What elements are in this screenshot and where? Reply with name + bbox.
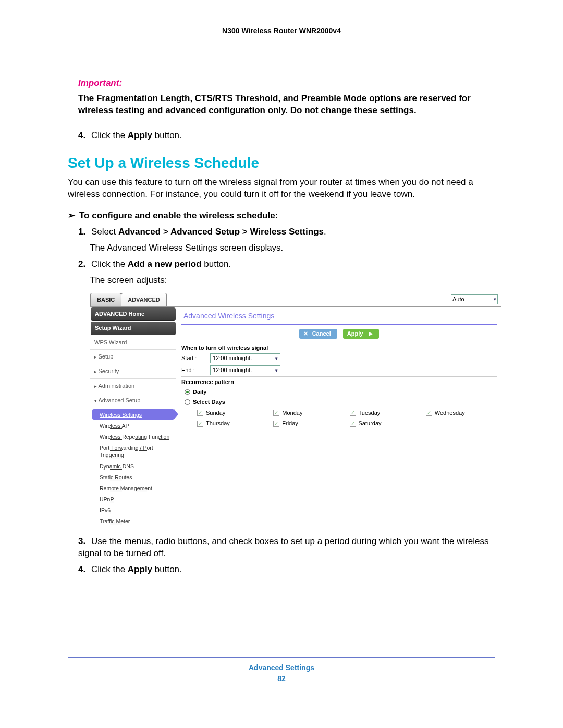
submenu-remote-management[interactable]: Remote Management bbox=[90, 483, 176, 493]
step-text-post: button. bbox=[152, 130, 182, 140]
top-select-value: Auto bbox=[452, 295, 464, 303]
end-value: 12:00 midnight. bbox=[213, 366, 252, 374]
important-text: The Fragmentation Length, CTS/RTS Thresh… bbox=[78, 93, 495, 117]
tab-bar: BASIC ADVANCED bbox=[90, 293, 166, 306]
checkbox-icon: ✓ bbox=[426, 410, 432, 416]
sidebar: ADVANCED Home Setup Wizard WPS Wizard Se… bbox=[90, 307, 176, 530]
checkbox-saturday[interactable]: ✓Saturday bbox=[350, 419, 421, 427]
start-select[interactable]: 12:00 midnight. ▾ bbox=[210, 353, 280, 363]
sidebar-item-advanced-home[interactable]: ADVANCED Home bbox=[91, 307, 176, 321]
end-label: End : bbox=[181, 366, 210, 374]
submenu-wireless-settings[interactable]: Wireless Settings bbox=[92, 409, 174, 420]
checkbox-icon: ✓ bbox=[273, 421, 279, 427]
step-number: 1. bbox=[78, 227, 85, 237]
ui-top-bar: BASIC ADVANCED Auto ▾ bbox=[90, 292, 501, 307]
sidebar-item-setup[interactable]: Setup bbox=[90, 350, 176, 364]
step-number: 3. bbox=[78, 536, 85, 546]
start-value: 12:00 midnight. bbox=[213, 354, 252, 362]
sidebar-item-setup-wizard[interactable]: Setup Wizard bbox=[91, 322, 176, 335]
submenu-static-routes[interactable]: Static Routes bbox=[90, 472, 176, 483]
cancel-label: Cancel bbox=[312, 330, 331, 338]
days-grid: ✓Sunday ✓Monday ✓Tuesday ✓Wednesday ✓Thu… bbox=[181, 407, 497, 430]
sidebar-item-security[interactable]: Security bbox=[90, 364, 176, 379]
cancel-button[interactable]: ✕ Cancel bbox=[299, 329, 337, 339]
end-select[interactable]: 12:00 midnight. ▾ bbox=[210, 365, 280, 375]
checkbox-thursday[interactable]: ✓Thursday bbox=[197, 419, 268, 427]
day-label: Monday bbox=[282, 409, 302, 417]
checkbox-friday[interactable]: ✓Friday bbox=[273, 419, 344, 427]
start-label: Start : bbox=[181, 354, 210, 362]
day-label: Wednesday bbox=[435, 409, 465, 417]
chevron-right-icon: ➢ bbox=[68, 210, 75, 222]
close-icon: ✕ bbox=[303, 330, 308, 338]
step-text-post: . bbox=[324, 227, 326, 237]
step-text-bold: Add a new period bbox=[128, 259, 202, 269]
checkbox-sunday[interactable]: ✓Sunday bbox=[197, 409, 268, 417]
radio-select-days-label: Select Days bbox=[193, 398, 225, 406]
step-2-sub: The screen adjusts: bbox=[90, 275, 495, 287]
footer-title: Advanced Settings bbox=[68, 663, 495, 673]
checkbox-tuesday[interactable]: ✓Tuesday bbox=[350, 409, 421, 417]
section-title: Set Up a Wireless Schedule bbox=[68, 153, 495, 173]
apply-button[interactable]: Apply ▶ bbox=[343, 329, 380, 339]
step-text-post: button. bbox=[202, 259, 231, 269]
step-text: Use the menus, radio buttons, and check … bbox=[78, 536, 489, 558]
submenu-ipv6[interactable]: IPv6 bbox=[90, 504, 176, 515]
day-label: Saturday bbox=[359, 419, 382, 427]
sidebar-item-wps-wizard[interactable]: WPS Wizard bbox=[90, 336, 176, 350]
tab-basic[interactable]: BASIC bbox=[90, 293, 121, 306]
radio-select-days[interactable]: Select Days bbox=[181, 397, 497, 407]
top-auto-select[interactable]: Auto ▾ bbox=[451, 294, 498, 304]
step-2: 2. Click the Add a new period button. bbox=[78, 258, 495, 270]
start-row: Start : 12:00 midnight. ▾ bbox=[181, 352, 497, 364]
step-1-sub: The Advanced Wireless Settings screen di… bbox=[90, 242, 495, 254]
router-ui-screenshot: BASIC ADVANCED Auto ▾ ADVANCED Home Setu… bbox=[90, 292, 501, 530]
content-panel: Advanced Wireless Settings ✕ Cancel Appl… bbox=[176, 307, 501, 530]
step-number: 4. bbox=[78, 130, 85, 140]
step-text-post: button. bbox=[152, 564, 182, 574]
recurrence-heading: Recurrence pattern bbox=[181, 376, 497, 387]
step-number: 4. bbox=[78, 564, 85, 574]
submenu-traffic-meter[interactable]: Traffic Meter bbox=[90, 515, 176, 526]
step-text-bold: Advanced > Advanced Setup > Wireless Set… bbox=[118, 227, 324, 237]
step-text-pre: Click the bbox=[91, 564, 128, 574]
procedure-lead: ➢To configure and enable the wireless sc… bbox=[68, 210, 495, 222]
radio-icon bbox=[185, 399, 190, 405]
checkbox-wednesday[interactable]: ✓Wednesday bbox=[426, 409, 497, 417]
step-text-bold: Apply bbox=[128, 130, 152, 140]
button-row: ✕ Cancel Apply ▶ bbox=[181, 327, 497, 342]
checkbox-icon: ✓ bbox=[273, 410, 279, 416]
chevron-down-icon: ▾ bbox=[494, 296, 496, 302]
submenu-upnp[interactable]: UPnP bbox=[90, 493, 176, 504]
step-3: 3. Use the menus, radio buttons, and che… bbox=[78, 536, 495, 560]
sidebar-item-advanced-setup[interactable]: Advanced Setup bbox=[90, 393, 176, 408]
submenu-wireless-ap[interactable]: Wireless AP bbox=[90, 420, 176, 431]
sidebar-submenu: Wireless Settings Wireless AP Wireless R… bbox=[90, 408, 176, 530]
tab-advanced[interactable]: ADVANCED bbox=[121, 293, 167, 306]
checkbox-icon: ✓ bbox=[350, 410, 356, 416]
checkbox-monday[interactable]: ✓Monday bbox=[273, 409, 344, 417]
footer-page-number: 82 bbox=[68, 674, 495, 684]
sidebar-item-administration[interactable]: Administration bbox=[90, 379, 176, 393]
day-label: Tuesday bbox=[359, 409, 381, 417]
apply-label: Apply bbox=[347, 330, 363, 338]
submenu-wireless-repeating[interactable]: Wireless Repeating Function bbox=[90, 431, 176, 442]
checkbox-icon: ✓ bbox=[197, 410, 203, 416]
step-4: 4. Click the Apply button. bbox=[78, 564, 495, 576]
section-intro: You can use this feature to turn off the… bbox=[68, 177, 495, 201]
submenu-dynamic-dns[interactable]: Dynamic DNS bbox=[90, 461, 176, 472]
day-label: Friday bbox=[282, 419, 298, 427]
chevron-down-icon: ▾ bbox=[275, 367, 278, 374]
day-label: Thursday bbox=[206, 419, 230, 427]
chevron-right-icon: ▶ bbox=[369, 330, 373, 337]
day-label: Sunday bbox=[206, 409, 225, 417]
step-number: 2. bbox=[78, 259, 85, 269]
end-row: End : 12:00 midnight. ▾ bbox=[181, 364, 497, 376]
step-text-pre: Click the bbox=[91, 259, 128, 269]
submenu-port-forwarding[interactable]: Port Forwarding / Port Triggering bbox=[90, 442, 176, 460]
step-text-pre: Click the bbox=[91, 130, 128, 140]
procedure-lead-text: To configure and enable the wireless sch… bbox=[79, 211, 278, 220]
when-off-heading: When to turn off wireless signal bbox=[181, 342, 497, 353]
radio-daily[interactable]: Daily bbox=[181, 387, 497, 397]
document-header: N300 Wireless Router WNR2000v4 bbox=[68, 26, 495, 36]
